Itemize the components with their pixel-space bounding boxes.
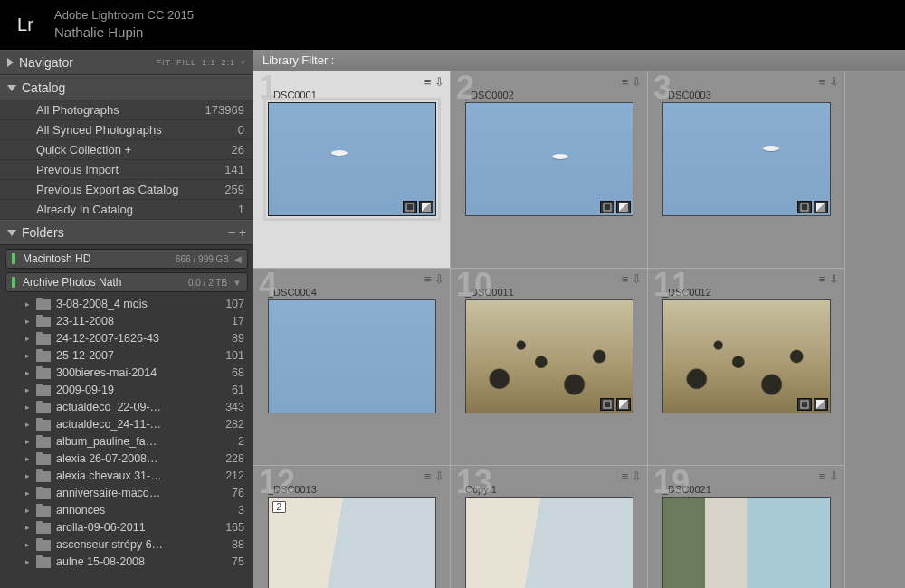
- folders-panel-header[interactable]: Folders − +: [0, 220, 253, 245]
- disclosure-triangle-icon[interactable]: ▸: [25, 400, 34, 415]
- catalog-item[interactable]: All Photographs173969: [0, 100, 253, 120]
- grid-cell[interactable]: 4 ≡ ⇩ _DSC0004: [253, 269, 451, 466]
- disclosure-triangle-icon[interactable]: ▸: [25, 331, 34, 346]
- disclosure-triangle-icon[interactable]: ▸: [25, 417, 34, 432]
- folder-item[interactable]: ▸23-11-200817: [0, 313, 253, 330]
- disclosure-triangle-icon[interactable]: ▸: [25, 520, 34, 536]
- grid-cell[interactable]: 13 ≡ ⇩ Copy 1: [451, 466, 648, 588]
- thumbnail[interactable]: [465, 497, 634, 588]
- crop-badge-icon[interactable]: [600, 201, 614, 213]
- folder-count: 212: [225, 469, 244, 484]
- develop-badge-icon[interactable]: [814, 398, 828, 411]
- folder-name: alexia 26-07-2008…: [56, 451, 220, 467]
- folder-item[interactable]: ▸ascenseur strépy 6…88: [0, 536, 253, 554]
- thumbnail[interactable]: [268, 299, 436, 413]
- folder-item[interactable]: ▸annonces3: [0, 502, 253, 519]
- disclosure-triangle-icon[interactable]: ▸: [25, 434, 34, 450]
- develop-badge-icon[interactable]: [616, 398, 631, 411]
- add-folder-icon[interactable]: +: [239, 225, 246, 240]
- catalog-item[interactable]: Already In Catalog1: [0, 200, 253, 220]
- disclosure-triangle-icon[interactable]: ▸: [25, 503, 34, 518]
- folder-count: 228: [225, 451, 244, 467]
- catalog-item[interactable]: All Synced Photographs0: [0, 120, 253, 140]
- crop-badge-icon[interactable]: [797, 201, 812, 213]
- remove-folder-icon[interactable]: −: [228, 225, 235, 240]
- folder-item[interactable]: ▸actualdeco_22-09-…343: [0, 399, 253, 416]
- folder-item[interactable]: ▸alexia chevaux 31-…212: [0, 468, 253, 485]
- crop-badge-icon[interactable]: [797, 398, 812, 411]
- cell-flag-icons[interactable]: ≡ ⇩: [424, 469, 444, 483]
- grid-cell[interactable]: 19 ≡ ⇩ _DSC0021: [648, 466, 845, 588]
- volume-bar[interactable]: Macintosh HD666 / 999 GB◀: [5, 249, 248, 269]
- navigator-panel-header[interactable]: Navigator FIT FILL 1:1 2:1 ▾: [0, 50, 253, 75]
- nav-fit[interactable]: FIT: [156, 58, 171, 67]
- folder-name: 24-12-2007-1826-43: [56, 331, 226, 346]
- volume-name: Macintosh HD: [23, 252, 90, 265]
- folder-count: 76: [232, 486, 244, 501]
- develop-badge-icon[interactable]: [616, 201, 631, 213]
- disclosure-triangle-icon[interactable]: ▸: [25, 469, 34, 484]
- catalog-item[interactable]: Previous Export as Catalog259: [0, 180, 253, 200]
- folder-item[interactable]: ▸25-12-2007101: [0, 347, 253, 365]
- thumbnail[interactable]: [662, 299, 831, 413]
- folder-item[interactable]: ▸aulne 15-08-200875: [0, 554, 253, 571]
- folder-icon: [36, 523, 51, 534]
- grid-cell[interactable]: 10 ≡ ⇩ _DSC0011: [451, 269, 648, 466]
- cell-flag-icons[interactable]: ≡ ⇩: [622, 469, 642, 483]
- folder-item[interactable]: ▸300bieres-mai-201468: [0, 365, 253, 382]
- develop-badge-icon[interactable]: [419, 201, 433, 213]
- cell-flag-icons[interactable]: ≡ ⇩: [622, 272, 642, 286]
- thumbnail[interactable]: 2: [268, 497, 436, 588]
- folder-item[interactable]: ▸3-08-2008_4 mois107: [0, 296, 253, 313]
- thumbnail[interactable]: [662, 102, 831, 216]
- develop-badge-icon[interactable]: [814, 201, 828, 213]
- cell-flag-icons[interactable]: ≡ ⇩: [424, 75, 444, 89]
- folder-item[interactable]: ▸arolla-09-06-2011165: [0, 519, 253, 536]
- volume-bar[interactable]: Archive Photos Nath0,0 / 2 TB▼: [5, 272, 248, 292]
- grid-cell[interactable]: 12 ≡ ⇩ _DSC0013 2: [253, 466, 451, 588]
- folder-item[interactable]: ▸24-12-2007-1826-4389: [0, 330, 253, 347]
- grid-cell[interactable]: 2 ≡ ⇩ _DSC0002: [451, 71, 648, 269]
- grid-cell[interactable]: 11 ≡ ⇩ _DSC0012: [648, 269, 845, 466]
- catalog-item[interactable]: Quick Collection +26: [0, 140, 253, 160]
- folder-item[interactable]: ▸album_pauline_fa…2: [0, 433, 253, 450]
- disclosure-triangle-icon[interactable]: ▸: [25, 383, 34, 398]
- cell-flag-icons[interactable]: ≡ ⇩: [819, 469, 839, 483]
- chevron-down-icon[interactable]: ▾: [241, 58, 246, 67]
- nav-1to1[interactable]: 1:1: [202, 58, 216, 67]
- disclosure-triangle-icon[interactable]: ▸: [25, 486, 34, 501]
- thumbnail[interactable]: [465, 299, 634, 413]
- cell-flag-icons[interactable]: ≡ ⇩: [622, 75, 642, 89]
- cell-flag-icons[interactable]: ≡ ⇩: [424, 272, 444, 286]
- folder-item[interactable]: ▸alexia 26-07-2008…228: [0, 450, 253, 468]
- crop-badge-icon[interactable]: [600, 398, 614, 411]
- thumbnail[interactable]: [268, 102, 436, 216]
- folder-item[interactable]: ▸anniversaire-maco…76: [0, 485, 253, 502]
- library-filter-bar[interactable]: Library Filter :: [253, 50, 905, 71]
- folder-item[interactable]: ▸actualdeco_24-11-…282: [0, 416, 253, 433]
- grid-cell[interactable]: 1 ≡ ⇩ _DSC0001: [253, 71, 451, 269]
- cell-flag-icons[interactable]: ≡ ⇩: [819, 75, 839, 89]
- crop-badge-icon[interactable]: [403, 201, 417, 213]
- volume-disclosure-icon[interactable]: ▼: [233, 278, 242, 288]
- folder-item[interactable]: ▸2009-09-1961: [0, 382, 253, 399]
- cell-flag-icons[interactable]: ≡ ⇩: [819, 272, 839, 286]
- thumbnail[interactable]: [662, 497, 831, 588]
- volume-disclosure-icon[interactable]: ◀: [234, 254, 242, 264]
- disclosure-triangle-icon[interactable]: ▸: [25, 555, 34, 570]
- nav-fill[interactable]: FILL: [176, 58, 196, 67]
- nav-2to1[interactable]: 2:1: [221, 58, 235, 67]
- thumbnail[interactable]: [465, 102, 634, 216]
- stack-badge[interactable]: 2: [272, 501, 287, 513]
- disclosure-triangle-icon[interactable]: ▸: [25, 451, 34, 467]
- disclosure-triangle-icon[interactable]: ▸: [25, 348, 34, 364]
- disclosure-triangle-icon[interactable]: ▸: [25, 314, 34, 329]
- catalog-item[interactable]: Previous Import141: [0, 160, 253, 180]
- grid-cell[interactable]: 3 ≡ ⇩ _DSC0003: [648, 71, 845, 269]
- volume-capacity: 666 / 999 GB: [176, 254, 229, 264]
- disclosure-triangle-icon[interactable]: ▸: [25, 365, 34, 381]
- disclosure-triangle-icon[interactable]: ▸: [25, 297, 34, 312]
- disclosure-triangle-icon[interactable]: ▸: [25, 537, 34, 553]
- catalog-panel-header[interactable]: Catalog: [0, 75, 253, 100]
- folder-list: ▸3-08-2008_4 mois107▸23-11-200817▸24-12-…: [0, 296, 253, 571]
